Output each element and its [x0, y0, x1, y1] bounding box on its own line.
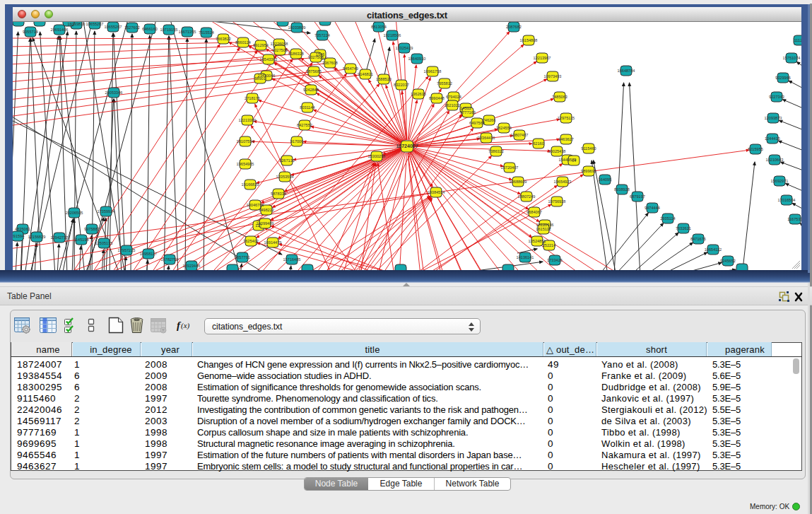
svg-text:7625402: 7625402 — [243, 239, 259, 243]
svg-text:9329966: 9329966 — [775, 76, 791, 80]
svg-text:11125: 11125 — [794, 38, 801, 42]
svg-text:8427552: 8427552 — [297, 123, 312, 127]
svg-text:9474444: 9474444 — [645, 206, 660, 210]
svg-text:9899695: 9899695 — [581, 169, 596, 173]
svg-text:17359924: 17359924 — [98, 209, 115, 214]
svg-text:2367608: 2367608 — [322, 61, 338, 65]
svg-text:8454749: 8454749 — [343, 66, 358, 71]
svg-text:8938928: 8938928 — [614, 187, 630, 192]
svg-text:7955812: 7955812 — [437, 81, 452, 86]
svg-text:6794024: 6794024 — [446, 95, 461, 99]
svg-text:2718176: 2718176 — [245, 96, 260, 100]
svg-text:20691406: 20691406 — [51, 28, 69, 32]
svg-text:8660124: 8660124 — [235, 40, 251, 45]
svg-text:12505135: 12505135 — [95, 241, 113, 245]
svg-text:7515524: 7515524 — [199, 30, 214, 35]
svg-text:19218506: 19218506 — [384, 33, 401, 37]
svg-text:10046766: 10046766 — [247, 203, 264, 207]
svg-text:3624554: 3624554 — [496, 126, 512, 130]
svg-text:16914479: 16914479 — [264, 240, 282, 245]
svg-text:1733426: 1733426 — [547, 258, 563, 262]
svg-text:8471676: 8471676 — [690, 237, 706, 241]
svg-text:2087682: 2087682 — [506, 25, 522, 29]
svg-text:20364436: 20364436 — [478, 136, 495, 140]
svg-text:1588520: 1588520 — [376, 77, 392, 81]
svg-text:1167533: 1167533 — [787, 217, 801, 221]
svg-text:16648784: 16648784 — [618, 69, 635, 73]
svg-text:13325419: 13325419 — [396, 46, 413, 50]
svg-text:20053346: 20053346 — [105, 90, 123, 95]
svg-text:5878334: 5878334 — [271, 192, 286, 196]
svg-text:9327509: 9327509 — [272, 48, 288, 52]
svg-text:98901: 98901 — [254, 76, 266, 81]
svg-text:391594: 391594 — [13, 234, 24, 238]
svg-text:16961758: 16961758 — [424, 69, 442, 74]
svg-text:17957225: 17957225 — [118, 248, 136, 252]
svg-text:252214: 252214 — [543, 243, 556, 247]
svg-text:18807249: 18807249 — [518, 194, 536, 199]
svg-text:19384554: 19384554 — [428, 190, 445, 194]
svg-text:8186328: 8186328 — [288, 52, 304, 56]
svg-text:2935114: 2935114 — [660, 216, 675, 221]
svg-text:9055714: 9055714 — [23, 30, 38, 34]
svg-text:7663822: 7663822 — [216, 37, 231, 41]
svg-text:18724007: 18724007 — [396, 144, 418, 148]
svg-text:8215955: 8215955 — [748, 147, 763, 151]
svg-text:1615112: 1615112 — [536, 227, 551, 231]
svg-text:10807487: 10807487 — [511, 133, 529, 137]
svg-text:13353594: 13353594 — [276, 175, 294, 179]
svg-text:19654985: 19654985 — [237, 162, 254, 166]
svg-text:12213389: 12213389 — [239, 118, 257, 122]
svg-text:3875685: 3875685 — [306, 69, 322, 74]
svg-text:12923446: 12923446 — [183, 264, 201, 268]
svg-text:8031144: 8031144 — [300, 105, 314, 110]
svg-text:8912954: 8912954 — [253, 43, 269, 47]
svg-text:1527602: 1527602 — [124, 25, 140, 30]
svg-text:4835061: 4835061 — [15, 227, 30, 231]
svg-text:10654112: 10654112 — [705, 247, 722, 252]
svg-text:7386322: 7386322 — [488, 149, 504, 153]
svg-text:7632621: 7632621 — [676, 226, 691, 230]
svg-text:10655267: 10655267 — [105, 25, 122, 29]
svg-text:1621022: 1621022 — [445, 103, 460, 107]
svg-text:3498222: 3498222 — [259, 208, 274, 212]
svg-text:19166829: 19166829 — [242, 182, 259, 187]
svg-text:16033809: 16033809 — [288, 25, 306, 30]
svg-text:9327508: 9327508 — [308, 55, 324, 59]
svg-text:18107554: 18107554 — [237, 139, 254, 144]
svg-text:19756928: 19756928 — [548, 199, 566, 204]
svg-text:1145194: 1145194 — [73, 238, 88, 242]
svg-text:9684067: 9684067 — [526, 210, 542, 214]
svg-text:6879197: 6879197 — [630, 194, 645, 199]
svg-text:8990448: 8990448 — [429, 96, 445, 100]
svg-text:(x): (x) — [181, 321, 190, 330]
svg-text:12942737: 12942737 — [51, 235, 69, 240]
svg-text:9115460: 9115460 — [581, 146, 596, 151]
svg-text:9777169: 9777169 — [460, 110, 476, 115]
svg-text:9463627: 9463627 — [558, 137, 574, 141]
svg-text:18640910: 18640910 — [408, 57, 426, 61]
svg-text:14136141: 14136141 — [517, 255, 534, 259]
svg-text:12975115: 12975115 — [558, 116, 575, 120]
svg-text:16033810: 16033810 — [68, 22, 86, 26]
svg-text:10025438: 10025438 — [548, 149, 566, 153]
svg-text:1362615: 1362615 — [411, 92, 426, 96]
svg-text:164095: 164095 — [599, 177, 612, 182]
svg-text:10973493: 10973493 — [544, 74, 562, 78]
svg-text:9975887: 9975887 — [84, 227, 100, 231]
svg-text:9146821: 9146821 — [358, 72, 373, 76]
svg-text:10210643: 10210643 — [766, 158, 784, 162]
svg-text:9245652: 9245652 — [720, 259, 736, 263]
svg-text:6466160: 6466160 — [142, 27, 158, 31]
svg-text:1244415: 1244415 — [765, 136, 780, 141]
svg-text:16154808: 16154808 — [520, 38, 538, 42]
svg-text:15692971: 15692971 — [771, 179, 789, 183]
svg-text:6497568: 6497568 — [469, 121, 485, 125]
svg-text:9242848: 9242848 — [303, 88, 319, 92]
svg-text:15300295: 15300295 — [368, 154, 386, 158]
svg-text:10655267: 10655267 — [86, 22, 104, 26]
svg-text:9657791: 9657791 — [235, 255, 250, 259]
svg-text:16671355: 16671355 — [179, 30, 196, 34]
svg-text:8322037: 8322037 — [394, 83, 409, 87]
svg-text:10719155: 10719155 — [160, 28, 178, 32]
